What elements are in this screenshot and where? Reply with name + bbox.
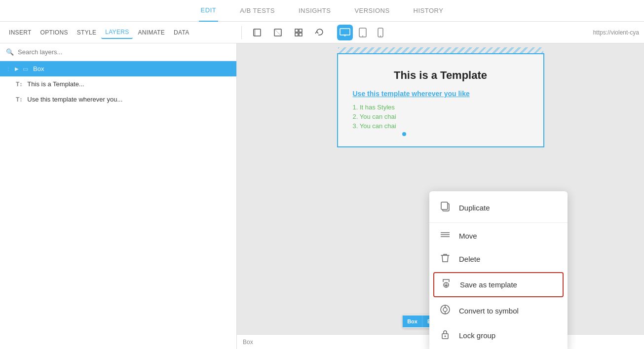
menu-item-save-template[interactable]: Save as template [433,272,564,297]
search-input[interactable] [18,48,230,56]
menu-item-convert-symbol[interactable]: Convert to symbol [429,298,568,323]
menu-item-delete[interactable]: Delete [429,247,568,271]
list-item-2: 2. You can chai [353,113,529,120]
svg-rect-7 [299,33,302,36]
layer-text1-label: This is a Template... [27,80,84,88]
url-bar: https://violent-cya [593,29,639,36]
menu-item-lock-group[interactable]: Lock group [429,323,568,348]
menu-label-save-template: Save as template [460,280,517,289]
template-list: 1. It has Styles 2. You can chai 3. You … [353,104,529,130]
move-icon [439,231,451,241]
symbol-icon [439,304,451,317]
collapse-icon: ▶ [15,66,19,71]
toolbar-animate[interactable]: ANIMATE [134,27,169,38]
svg-rect-4 [295,29,298,32]
template-box[interactable]: This is a Template Use this template whe… [337,53,544,147]
layer-text1[interactable]: T↕ This is a Template... [0,76,236,92]
tab-history[interactable]: HISTORY [412,0,446,22]
svg-rect-6 [295,33,298,36]
device-selector [337,25,388,40]
template-subtitle: Use this template wherever you like [353,90,529,98]
layer-text2-label: Use this template wherever you... [27,96,122,103]
selection-handle [402,132,406,136]
svg-rect-5 [299,29,302,32]
svg-line-3 [274,29,281,36]
bottom-bar-label: Box [243,339,253,346]
layer-box[interactable]: ⋮ ▶ ▭ Box [0,61,236,76]
svg-rect-8 [340,29,350,35]
left-panel-toolbar: INSERT OPTIONS STYLE LAYERS ANIMATE DATA [5,26,242,39]
layout-box-icon[interactable] [249,25,265,40]
tablet-icon[interactable] [355,25,371,40]
box-type-icon: ▭ [23,66,28,72]
lock-icon [439,329,451,342]
text-type-icon2: T↕ [16,96,22,103]
layer-box-label: Box [33,65,44,72]
mobile-icon[interactable] [373,25,388,40]
layout-full-icon[interactable] [270,25,286,40]
menu-separator-1 [429,222,568,223]
search-bar: 🔍 [0,43,236,61]
search-icon: 🔍 [6,48,14,56]
layout-grid-icon[interactable] [291,25,306,40]
desktop-icon[interactable] [337,25,353,40]
toolbar-data[interactable]: DATA [170,27,193,38]
menu-item-duplicate[interactable]: Duplicate [429,195,568,220]
tab-abtests[interactable]: A/B TESTS [238,0,277,22]
text-type-icon: T↕ [16,81,22,88]
secondary-toolbar: INSERT OPTIONS STYLE LAYERS ANIMATE DATA [0,22,644,43]
tab-versions[interactable]: VERSIONS [352,0,391,22]
svg-point-14 [380,35,381,36]
svg-point-12 [362,35,363,36]
canvas-area: This is a Template Use this template whe… [237,43,644,349]
toolbar-style[interactable]: STYLE [73,27,101,38]
main-layout: 🔍 ⋮ ▶ ▭ Box T↕ This is a Template... T↕ … [0,43,644,349]
layer-text2[interactable]: T↕ Use this template wherever you... [0,92,236,107]
toolbar-layers[interactable]: LAYERS [101,26,133,39]
menu-label-delete: Delete [459,255,480,263]
menu-label-convert-symbol: Convert to symbol [459,307,519,315]
tab-insights[interactable]: INSIGHTS [297,0,333,22]
context-menu: Duplicate Move [429,191,568,349]
delete-icon [439,253,451,265]
undo-icon[interactable] [311,25,327,40]
duplicate-icon [439,201,451,214]
tab-edit[interactable]: EDIT [199,0,219,22]
canvas-toolbar: https://violent-cya [242,25,639,40]
svg-point-26 [445,336,446,337]
toolbar-insert[interactable]: INSERT [5,27,36,38]
template-title: This is a Template [353,69,529,82]
box-label: Box [402,315,422,327]
drag-handle-icon: ⋮ [6,66,11,71]
svg-point-22 [443,308,447,312]
menu-label-duplicate: Duplicate [459,204,490,212]
svg-rect-16 [441,202,448,209]
menu-label-move: Move [459,232,477,240]
menu-item-move[interactable]: Move [429,225,568,247]
svg-rect-1 [254,29,256,36]
list-item-1: 1. It has Styles [353,104,529,111]
toolbar-options[interactable]: OPTIONS [37,27,72,38]
menu-label-lock-group: Lock group [459,331,495,340]
list-item-3: 3. You can chai [353,122,529,130]
top-navigation: EDIT A/B TESTS INSIGHTS VERSIONS HISTORY [0,0,644,22]
layers-panel: 🔍 ⋮ ▶ ▭ Box T↕ This is a Template... T↕ … [0,43,237,349]
save-template-icon [440,278,452,291]
